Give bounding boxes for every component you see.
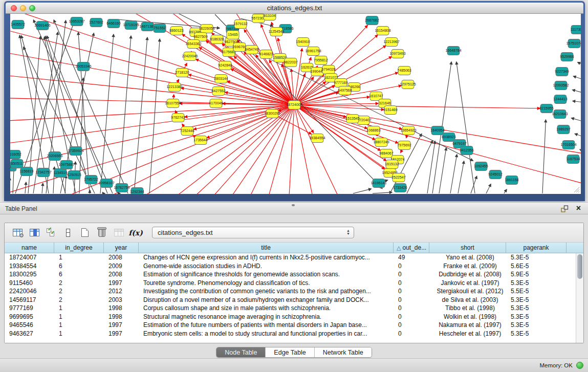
column-header-short[interactable]: short [429,243,506,253]
table-cell[interactable]: 2 [54,296,104,303]
table-cell[interactable]: Dudbridge et al. (2008) [429,271,506,278]
table-cell[interactable]: 0 [394,262,429,270]
table-cell[interactable]: 5.5E-5 [506,288,567,295]
column-header-out-degree[interactable]: △ out_de... [394,243,429,253]
table-cell[interactable]: 1 [54,313,104,320]
table-cell[interactable]: 0 [394,304,429,312]
table-cell[interactable]: 9699695 [5,313,54,320]
table-cell[interactable]: 5.3E-5 [506,254,567,261]
table-cell[interactable]: 6 [54,262,104,270]
panel-drag-handle[interactable] [292,204,295,206]
table-cell[interactable]: Franke et al. (2009) [429,262,506,270]
vertical-scrollbar[interactable] [576,253,583,343]
table-cell[interactable]: 5.3E-5 [506,313,567,320]
new-table-button[interactable] [77,226,93,240]
table-cell[interactable]: 5.3E-5 [506,304,567,312]
table-cell[interactable]: 0 [394,296,429,303]
table-cell[interactable]: 5.3E-5 [506,296,567,303]
table-row[interactable]: 1938455462009Genome-wide association stu… [5,262,576,271]
table-cell[interactable]: 1998 [104,313,139,320]
table-cell[interactable]: 0 [394,313,429,320]
delete-table-button[interactable] [94,226,110,240]
resize-grip-icon[interactable] [578,191,579,192]
table-cell[interactable]: 9115460 [5,279,54,287]
table-cell[interactable]: 6 [54,271,104,278]
table-row[interactable]: 969969511998Structural magnetic resonanc… [5,313,576,321]
close-panel-icon[interactable]: × [576,204,581,213]
table-cell[interactable]: Changes of HCN gene expression and I(f) … [139,254,394,261]
table-cell[interactable]: 1 [54,304,104,312]
table-cell[interactable]: 1 [54,330,104,337]
table-cell[interactable]: 14569117 [5,296,54,303]
column-header-in-degree[interactable]: in_degree [54,243,104,253]
column-header-pagerank[interactable]: pagerank [506,243,567,253]
table-cell[interactable]: Estimation of significance thresholds fo… [139,271,394,278]
table-cell[interactable]: Hescheler et al. (1997) [429,330,506,337]
table-cell[interactable]: Wolkin et al. (1998) [429,313,506,320]
tab-edge-table[interactable]: Edge Table [266,347,314,357]
table-cell[interactable]: 0 [394,330,429,337]
table-row[interactable]: 911546021997Tourette syndrome. Phenomeno… [5,279,576,288]
table-cell[interactable]: 5.3E-5 [506,279,567,287]
show-columns-button[interactable] [27,226,42,240]
table-cell[interactable]: 19384554 [5,262,54,270]
table-cell[interactable]: Disruption of a novel member of a sodium… [139,296,394,303]
table-cell[interactable]: 2 [54,279,104,287]
table-cell[interactable]: 18724007 [5,254,54,261]
table-cell[interactable]: Corpus callosum shape and size in male p… [139,304,394,312]
row-height-button[interactable] [60,226,76,240]
table-row[interactable]: 1872400712008Changes of HCN gene express… [5,253,576,262]
column-header-year[interactable]: year [104,243,139,253]
table-cell[interactable]: 22420046 [5,288,54,295]
table-cell[interactable]: 5.3E-5 [506,330,567,337]
table-cell[interactable]: 1 [54,321,104,329]
table-cell[interactable]: 9463627 [5,330,54,337]
table-cell[interactable]: Estimation of the future numbers of pati… [139,321,394,329]
table-cell[interactable]: 0 [394,279,429,287]
table-cell[interactable]: 9777169 [5,304,54,312]
table-cell[interactable]: 18300295 [5,271,54,278]
table-cell[interactable]: 5.9E-5 [506,271,567,278]
table-cell[interactable]: 1997 [104,330,139,337]
table-cell[interactable]: 2 [54,288,104,295]
table-cell[interactable]: Investigating the contribution of common… [139,288,394,295]
column-header-name[interactable]: name [5,243,54,253]
table-cell[interactable]: Embryonic stem cells: a model to study s… [139,330,394,337]
table-cell[interactable]: 2003 [104,296,139,303]
table-cell[interactable]: 1998 [104,304,139,312]
table-cell[interactable]: 2009 [104,262,139,270]
table-cell[interactable]: 0 [394,321,429,329]
table-cell[interactable]: Nakamura et al. (1997) [429,321,506,329]
scrollbar-thumb[interactable] [577,254,582,279]
table-cell[interactable]: 49 [394,254,429,261]
table-cell[interactable]: Tibbo et al. (1998) [429,304,506,312]
table-selector-dropdown[interactable]: citations_edges.txt ▲▼ [152,227,354,238]
table-cell[interactable]: 5.3E-5 [506,321,567,329]
table-row[interactable]: 1830029562008Estimation of significance … [5,270,576,279]
table-cell[interactable]: 2008 [104,271,139,278]
table-cell[interactable]: 1 [54,254,104,261]
table-cell[interactable]: 1997 [104,321,139,329]
table-cell[interactable]: 0 [394,271,429,278]
float-panel-icon[interactable] [561,205,569,212]
table-row[interactable]: 946362711997Embryonic stem cells: a mode… [5,330,576,338]
tab-node-table[interactable]: Node Table [216,347,266,357]
table-row[interactable]: 2242004622012Investigating the contribut… [5,287,576,296]
table-row[interactable]: 946554611997Estimation of the future num… [5,321,576,330]
table-settings-button[interactable] [10,226,25,240]
network-canvas[interactable]: 1405572206914061065328715276026466160107… [10,14,581,194]
function-builder-button[interactable]: f(x) [128,226,143,240]
window-titlebar[interactable]: citations_edges.txt [6,3,583,14]
table-cell[interactable]: Structural magnetic resonance image aver… [139,313,394,320]
table-cell[interactable]: 2008 [104,254,139,261]
column-header-title[interactable]: title [139,243,394,253]
tab-network-table[interactable]: Network Table [315,347,372,357]
table-cell[interactable]: 0 [394,288,429,295]
table-cell[interactable]: Yano et al. (2008) [429,254,506,261]
table-cell[interactable]: Stergiakouli et al. (2012) [429,288,506,295]
table-cell[interactable]: Genome-wide association studies in ADHD. [139,262,394,270]
table-row[interactable]: 1456911722003Disruption of a novel membe… [5,296,576,304]
table-cell[interactable]: 9465546 [5,321,54,329]
table-row[interactable]: 977716911998Corpus callosum shape and si… [5,304,576,313]
table-cell[interactable]: 5.6E-5 [506,262,567,270]
